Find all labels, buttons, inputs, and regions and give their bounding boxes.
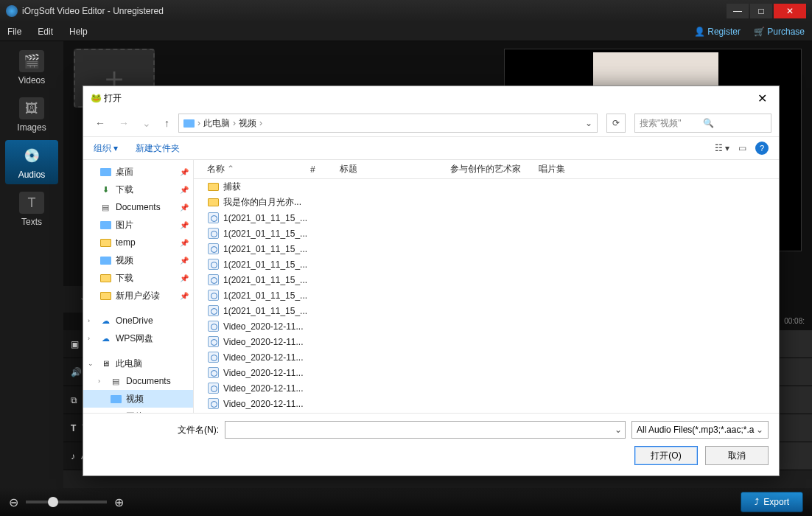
file-row[interactable]: Video_2020-12-11... [194, 349, 779, 365]
open-button[interactable]: 打开(O) [634, 446, 698, 465]
col-album[interactable]: 唱片集 [539, 163, 779, 175]
tree-item[interactable]: ⌄图片 [83, 408, 193, 413]
tree-item[interactable]: ▤Documents📌 [83, 198, 193, 216]
file-open-dialog: 🐸 打开 ✕ ← → ⌄ ↑ › 此电脑 › 视频 › ⌄ ⟳ 搜索"视频" 🔍… [83, 86, 780, 476]
tree-item[interactable]: ›▤Documents [83, 372, 193, 390]
expand-icon[interactable]: ⌄ [88, 360, 94, 367]
refresh-button[interactable]: ⟳ [606, 114, 626, 133]
search-input[interactable]: 搜索"视频" 🔍 [634, 114, 771, 133]
tree-item[interactable]: 视频📌 [83, 251, 193, 269]
breadcrumb-1[interactable]: 视频 [239, 117, 256, 130]
tab-audios[interactable]: 💿Audios [5, 140, 58, 184]
menu-file[interactable]: File [7, 27, 21, 37]
pin-icon: 📌 [180, 257, 189, 265]
file-row[interactable]: Video_2020-12-11... [194, 380, 779, 396]
expand-icon[interactable]: › [98, 377, 100, 385]
col-name[interactable]: 名称 ⌃ [207, 163, 310, 175]
tab-images[interactable]: 🖼Images [5, 93, 58, 137]
organize-dropdown[interactable]: 组织 ▾ [94, 142, 118, 155]
file-name: 1(2021_01_11_15_... [223, 290, 307, 301]
menu-edit[interactable]: Edit [38, 27, 53, 37]
file-list-header[interactable]: 名称 ⌃ # 标题 参与创作的艺术家 唱片集 [194, 160, 779, 179]
file-row[interactable]: 捕获 [194, 179, 779, 195]
pin-icon: 📌 [180, 203, 189, 212]
col-artist[interactable]: 参与创作的艺术家 [450, 163, 539, 175]
window-close-button[interactable]: ✕ [774, 4, 806, 18]
cancel-button[interactable]: 取消 [705, 446, 769, 465]
tree-item[interactable]: 新用户必读📌 [83, 287, 193, 304]
purchase-link[interactable]: 🛒 Purchase [754, 27, 805, 37]
nav-recent-dropdown[interactable]: ⌄ [138, 114, 155, 132]
audio-file-icon [207, 352, 219, 363]
folder-icon [99, 273, 111, 283]
zoom-slider[interactable] [26, 501, 107, 503]
file-name: 1(2021_01_11_15_... [223, 229, 307, 239]
menu-help[interactable]: Help [69, 27, 88, 37]
file-row[interactable]: 1(2021_01_11_15_... [194, 210, 779, 226]
tree-item-label: temp [116, 237, 136, 248]
file-row[interactable]: Video_2020-12-11... [194, 396, 779, 411]
nav-up-button[interactable]: ↑ [160, 114, 174, 132]
expand-icon[interactable]: › [88, 335, 90, 342]
tree-item[interactable]: ⬇下载📌 [83, 181, 193, 198]
tab-texts[interactable]: TTexts [5, 187, 58, 231]
audio-file-icon [207, 368, 219, 378]
file-row[interactable]: 1(2021_01_11_15_... [194, 287, 779, 303]
file-row[interactable]: 我是你的白月光亦... [194, 195, 779, 210]
zoom-knob[interactable] [48, 497, 58, 507]
file-name: Video_2020-12-11... [223, 399, 304, 409]
window-maximize-button[interactable]: □ [750, 4, 772, 18]
filename-dropdown-icon[interactable]: ⌄ [615, 425, 622, 435]
file-row[interactable]: 1(2021_01_11_15_... [194, 226, 779, 241]
nav-forward-button[interactable]: → [114, 114, 133, 132]
tree-item[interactable]: 视频 [83, 390, 193, 408]
breadcrumb-0[interactable]: 此电脑 [203, 117, 230, 130]
file-row[interactable]: 1(2021_01_11_15_... [194, 257, 779, 272]
audio-file-icon [207, 244, 219, 254]
dialog-close-button[interactable]: ✕ [753, 88, 771, 108]
search-icon: 🔍 [703, 118, 766, 128]
audios-icon: 💿 [19, 144, 44, 167]
view-mode-button[interactable]: ☷ ▾ [715, 143, 729, 153]
tree-item[interactable]: ›☁OneDrive [83, 312, 193, 330]
file-name: 1(2021_01_11_15_... [223, 259, 307, 270]
tree-item[interactable]: 桌面📌 [83, 163, 193, 181]
breadcrumb-dropdown-icon[interactable]: ⌄ [585, 118, 592, 128]
tree-item[interactable]: ⌄🖥此电脑 [83, 355, 193, 372]
file-name: 捕获 [223, 181, 241, 193]
col-title[interactable]: 标题 [340, 163, 450, 175]
help-button[interactable]: ? [755, 142, 769, 155]
register-link[interactable]: 👤 Register [694, 27, 741, 37]
file-filter-dropdown[interactable]: All Audio Files(*.mp3;*.aac;*.a⌄ [631, 421, 769, 439]
file-row[interactable]: Video_2020-12-11... [194, 365, 779, 380]
nav-tree[interactable]: 桌面📌⬇下载📌▤Documents📌图片📌temp📌视频📌下载📌新用户必读📌›☁… [83, 160, 194, 413]
expand-icon[interactable]: › [88, 317, 90, 324]
file-row[interactable]: 1(2021_01_11_15_... [194, 272, 779, 287]
file-row[interactable]: Video_2020-12-11... [194, 318, 779, 334]
file-list[interactable]: 捕获我是你的白月光亦...1(2021_01_11_15_...1(2021_0… [194, 179, 779, 413]
filename-input[interactable]: ⌄ [225, 421, 626, 439]
preview-pane-button[interactable]: ▭ [738, 143, 746, 153]
tree-item[interactable]: 图片📌 [83, 216, 193, 234]
nav-back-button[interactable]: ← [91, 114, 110, 132]
col-num[interactable]: # [310, 164, 340, 175]
tree-item[interactable]: temp📌 [83, 234, 193, 251]
tree-item-label: 下载 [116, 272, 133, 285]
zoom-in-button[interactable]: ⊕ [114, 495, 124, 509]
zoom-out-button[interactable]: ⊖ [9, 495, 18, 509]
new-folder-button[interactable]: 新建文件夹 [136, 142, 180, 155]
drive-icon [99, 255, 111, 265]
file-name: Video_2020-12-11... [223, 368, 304, 378]
file-row[interactable]: Video_2020-12-11... [194, 334, 779, 349]
file-row[interactable]: 1(2021_01_11_15_... [194, 303, 779, 318]
tree-item[interactable]: 下载📌 [83, 269, 193, 287]
file-row[interactable]: 1(2021_01_11_15_... [194, 241, 779, 257]
file-name: Video_2020-12-11... [223, 352, 304, 363]
window-minimize-button[interactable]: — [727, 4, 749, 18]
audio-file-icon [207, 383, 219, 394]
tab-videos[interactable]: 🎬Videos [5, 46, 58, 90]
tree-item[interactable]: ›☁WPS网盘 [83, 330, 193, 347]
breadcrumb-bar[interactable]: › 此电脑 › 视频 › ⌄ [178, 114, 598, 133]
documents-icon: ▤ [110, 376, 122, 386]
export-button[interactable]: ⤴Export [741, 492, 803, 512]
